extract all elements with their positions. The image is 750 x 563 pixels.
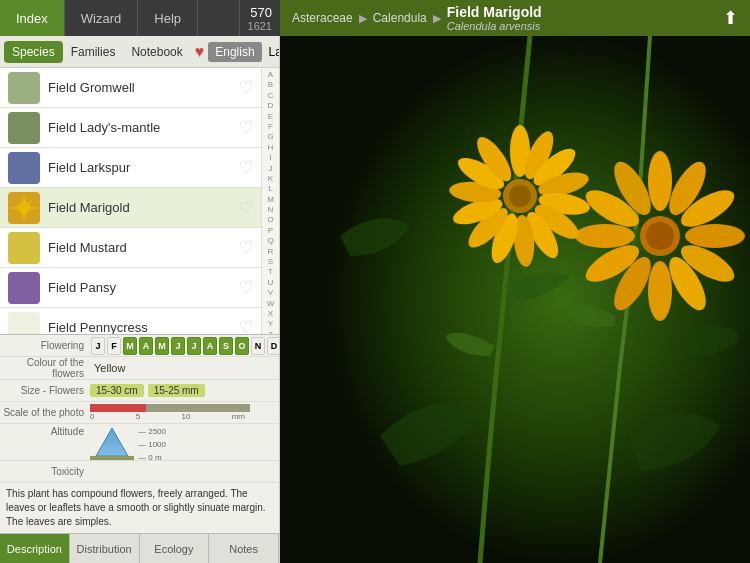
list-item[interactable]: Field Gromwell ♡: [0, 68, 261, 108]
alpha-g[interactable]: G: [267, 132, 273, 142]
species-favorite-icon[interactable]: ♡: [239, 278, 253, 297]
svg-point-9: [648, 151, 672, 211]
alphabet-bar: A B C D E F G H I J K L M N O P Q R S T: [261, 68, 279, 334]
sub-tab-families[interactable]: Families: [63, 41, 124, 63]
tab-index[interactable]: Index: [0, 0, 65, 36]
sub-tab-species[interactable]: Species: [4, 41, 63, 63]
list-item[interactable]: Field Pennycress ♡: [0, 308, 261, 334]
tab-wizard[interactable]: Wizard: [65, 0, 138, 36]
sub-tab-notebook[interactable]: Notebook: [123, 41, 190, 63]
language-selector: English Latin: [208, 42, 280, 62]
altitude-label: Altitude: [0, 426, 90, 437]
alpha-e[interactable]: E: [268, 112, 273, 122]
alpha-y[interactable]: Y: [268, 319, 273, 329]
alpha-u[interactable]: U: [268, 278, 274, 288]
alpha-p[interactable]: P: [268, 226, 273, 236]
lang-english[interactable]: English: [208, 42, 261, 62]
species-list-area: Field Gromwell ♡ Field Lady's-mantle ♡ F…: [0, 68, 279, 334]
toxicity-label: Toxicity: [0, 466, 90, 477]
toxicity-value: [90, 470, 279, 474]
size-values: 15-30 cm 15-25 mm: [90, 384, 205, 397]
alpha-l[interactable]: L: [268, 184, 272, 194]
list-item[interactable]: Field Pansy ♡: [0, 268, 261, 308]
species-favorite-icon[interactable]: ♡: [239, 318, 253, 334]
alpha-j[interactable]: J: [269, 164, 273, 174]
month-f: F: [107, 337, 121, 355]
description-text: This plant has compound flowers, freely …: [0, 483, 279, 533]
month-a1: A: [139, 337, 153, 355]
species-favorite-icon[interactable]: ♡: [239, 238, 253, 257]
svg-point-15: [648, 261, 672, 321]
altitude-row: Altitude — 2500 —: [0, 424, 279, 461]
month-a2: A: [203, 337, 217, 355]
svg-point-18: [575, 224, 635, 248]
colour-label: Colour of the flowers: [0, 357, 90, 379]
alpha-i[interactable]: I: [269, 153, 271, 163]
alpha-s[interactable]: S: [268, 257, 273, 267]
svg-point-12: [685, 224, 745, 248]
list-item[interactable]: Field Larkspur ♡: [0, 148, 261, 188]
list-item-selected[interactable]: Field Marigold ♡: [0, 188, 261, 228]
month-m2: M: [155, 337, 169, 355]
tab-notes[interactable]: Notes: [209, 534, 279, 563]
breadcrumb-calendula[interactable]: Calendula: [373, 11, 427, 25]
species-thumb: [8, 72, 40, 104]
colour-row: Colour of the flowers Yellow: [0, 357, 279, 380]
alpha-r[interactable]: R: [268, 247, 274, 257]
breadcrumb-asteraceae[interactable]: Asteraceae: [292, 11, 353, 25]
species-favorite-icon[interactable]: ♡: [239, 158, 253, 177]
lang-latin[interactable]: Latin: [262, 42, 280, 62]
favorites-heart-icon[interactable]: ♥: [195, 43, 205, 61]
species-favorite-icon[interactable]: ♡: [239, 198, 253, 217]
alpha-a[interactable]: A: [268, 70, 273, 80]
marigold-illustration: [280, 36, 750, 563]
list-item[interactable]: Field Mustard ♡: [0, 228, 261, 268]
month-o: O: [235, 337, 249, 355]
size-label: Size - Flowers: [0, 385, 90, 396]
alpha-c[interactable]: C: [268, 91, 274, 101]
alpha-x[interactable]: X: [268, 309, 273, 319]
alpha-k[interactable]: K: [268, 174, 273, 184]
species-favorite-icon[interactable]: ♡: [239, 118, 253, 137]
tab-ecology[interactable]: Ecology: [140, 534, 210, 563]
alpha-v[interactable]: V: [268, 288, 273, 298]
alpha-b[interactable]: B: [268, 80, 273, 90]
size-value-2: 15-25 mm: [148, 384, 205, 397]
counter: 570 1621: [239, 0, 280, 36]
alpha-o[interactable]: O: [267, 215, 273, 225]
alpha-w[interactable]: W: [267, 299, 275, 309]
species-favorite-icon[interactable]: ♡: [239, 78, 253, 97]
month-m1: M: [123, 337, 137, 355]
size-row: Size - Flowers 15-30 cm 15-25 mm: [0, 380, 279, 402]
tab-help[interactable]: Help: [138, 0, 198, 36]
sub-navigation: Species Families Notebook ♥ English Lati…: [0, 36, 279, 68]
tab-description[interactable]: Description: [0, 534, 70, 563]
species-name: Field Mustard: [48, 240, 239, 255]
svg-rect-7: [90, 456, 134, 460]
share-icon[interactable]: ⬆: [723, 7, 738, 29]
tab-distribution[interactable]: Distribution: [70, 534, 140, 563]
scale-bar: [90, 404, 250, 412]
alpha-h[interactable]: H: [268, 143, 274, 153]
species-name: Field Marigold: [48, 200, 239, 215]
flowering-row: Flowering J F M A M J J A S O N D: [0, 335, 279, 357]
svg-rect-8: [280, 36, 750, 563]
species-thumb: [8, 112, 40, 144]
scale-markers: 0510mm: [90, 412, 245, 421]
alpha-f[interactable]: F: [268, 122, 273, 132]
breadcrumb: Asteraceae ▶ Calendula ▶ Field Marigold …: [280, 0, 750, 36]
list-item[interactable]: Field Lady's-mantle ♡: [0, 108, 261, 148]
month-n: N: [251, 337, 265, 355]
species-name: Field Pennycress: [48, 320, 239, 334]
alpha-q[interactable]: Q: [267, 236, 273, 246]
scale-label: Scale of the photo: [0, 407, 90, 418]
bottom-tabs: Description Distribution Ecology Notes: [0, 533, 279, 563]
month-j: J: [91, 337, 105, 355]
species-name: Field Larkspur: [48, 160, 239, 175]
month-j3: J: [187, 337, 201, 355]
alpha-m[interactable]: M: [267, 195, 274, 205]
alpha-d[interactable]: D: [268, 101, 274, 111]
alpha-t[interactable]: T: [268, 267, 273, 277]
alpha-n[interactable]: N: [268, 205, 274, 215]
flowering-label: Flowering: [0, 340, 90, 351]
